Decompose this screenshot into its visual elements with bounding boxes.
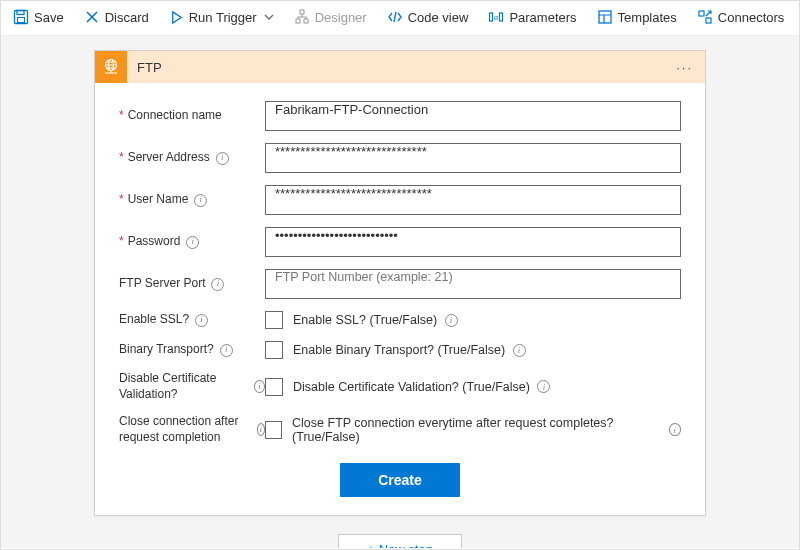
disable-cert-label: Disable Certificate Validation?i <box>119 371 265 402</box>
disable-cert-check-label: Disable Certificate Validation? (True/Fa… <box>293 380 550 394</box>
templates-icon <box>597 9 613 25</box>
connectors-label: Connectors <box>718 10 784 25</box>
info-icon[interactable]: i <box>220 344 233 357</box>
server-address-label: *Server Addressi <box>119 150 265 166</box>
info-icon[interactable]: i <box>445 314 458 327</box>
info-icon[interactable]: i <box>537 380 550 393</box>
close-conn-check-label: Close FTP connection everytime after req… <box>292 416 681 444</box>
user-name-input[interactable]: ******************************* <box>265 185 681 215</box>
binary-transport-label: Binary Transport?i <box>119 342 265 358</box>
ftp-card: FTP ··· *Connection name Fabrikam-FTP-Co… <box>94 50 706 516</box>
svg-rect-4 <box>296 19 300 23</box>
connection-name-input[interactable]: Fabrikam-FTP-Connection <box>265 101 681 131</box>
save-label: Save <box>34 10 64 25</box>
parameters-button[interactable]: α Parameters <box>480 7 584 27</box>
discard-icon <box>84 9 100 25</box>
code-view-button[interactable]: Code view <box>379 7 477 27</box>
info-icon[interactable]: i <box>669 423 681 436</box>
designer-canvas: FTP ··· *Connection name Fabrikam-FTP-Co… <box>1 36 799 548</box>
binary-transport-checkbox[interactable] <box>265 341 283 359</box>
parameters-label: Parameters <box>509 10 576 25</box>
info-icon[interactable]: i <box>216 152 229 165</box>
card-title: FTP <box>127 60 664 75</box>
svg-rect-7 <box>500 13 503 21</box>
designer-icon <box>294 9 310 25</box>
svg-rect-6 <box>490 13 493 21</box>
toolbar: Save Discard Run Trigger Designer Code v… <box>1 1 799 36</box>
card-body: *Connection name Fabrikam-FTP-Connection… <box>95 83 705 515</box>
discard-label: Discard <box>105 10 149 25</box>
designer-label: Designer <box>315 10 367 25</box>
code-icon <box>387 9 403 25</box>
connectors-icon <box>697 9 713 25</box>
svg-rect-2 <box>18 18 25 23</box>
new-step-button[interactable]: +New step <box>338 534 462 548</box>
templates-label: Templates <box>618 10 677 25</box>
ftp-icon <box>95 51 127 83</box>
new-step-label: New step <box>379 542 433 548</box>
chevron-down-icon <box>264 12 274 22</box>
parameters-icon: α <box>488 9 504 25</box>
svg-rect-11 <box>706 18 711 23</box>
svg-rect-1 <box>17 11 24 15</box>
enable-ssl-checkbox[interactable] <box>265 311 283 329</box>
play-icon <box>169 10 184 25</box>
connectors-button[interactable]: Connectors <box>689 7 792 27</box>
close-conn-label: Close connection after request completio… <box>119 414 265 445</box>
svg-rect-3 <box>300 10 304 14</box>
save-icon <box>13 9 29 25</box>
svg-text:α: α <box>494 13 499 22</box>
designer-button[interactable]: Designer <box>286 7 375 27</box>
ftp-port-label: FTP Server Porti <box>119 276 265 292</box>
enable-ssl-label: Enable SSL?i <box>119 312 265 328</box>
disable-cert-checkbox[interactable] <box>265 378 283 396</box>
templates-button[interactable]: Templates <box>589 7 685 27</box>
server-address-input[interactable]: ****************************** <box>265 143 681 173</box>
info-icon[interactable]: i <box>254 380 265 393</box>
password-label: *Passwordi <box>119 234 265 250</box>
password-input[interactable]: ••••••••••••••••••••••••••• <box>265 227 681 257</box>
info-icon[interactable]: i <box>257 423 265 436</box>
svg-rect-5 <box>304 19 308 23</box>
svg-rect-9 <box>599 11 611 23</box>
run-trigger-label: Run Trigger <box>189 10 257 25</box>
enable-ssl-check-label: Enable SSL? (True/False) i <box>293 313 458 327</box>
info-icon[interactable]: i <box>186 236 199 249</box>
run-trigger-button[interactable]: Run Trigger <box>161 8 282 27</box>
info-icon[interactable]: i <box>211 278 224 291</box>
svg-rect-10 <box>699 11 704 16</box>
discard-button[interactable]: Discard <box>76 7 157 27</box>
card-header[interactable]: FTP ··· <box>95 51 705 83</box>
create-button[interactable]: Create <box>340 463 460 497</box>
info-icon[interactable]: i <box>513 344 526 357</box>
binary-check-label: Enable Binary Transport? (True/False) i <box>293 343 526 357</box>
card-menu-button[interactable]: ··· <box>664 60 705 75</box>
user-name-label: *User Namei <box>119 192 265 208</box>
ftp-port-input[interactable]: FTP Port Number (example: 21) <box>265 269 681 299</box>
close-conn-checkbox[interactable] <box>265 421 282 439</box>
save-button[interactable]: Save <box>5 7 72 27</box>
code-view-label: Code view <box>408 10 469 25</box>
info-icon[interactable]: i <box>195 314 208 327</box>
info-icon[interactable]: i <box>194 194 207 207</box>
connection-name-label: *Connection name <box>119 108 265 124</box>
